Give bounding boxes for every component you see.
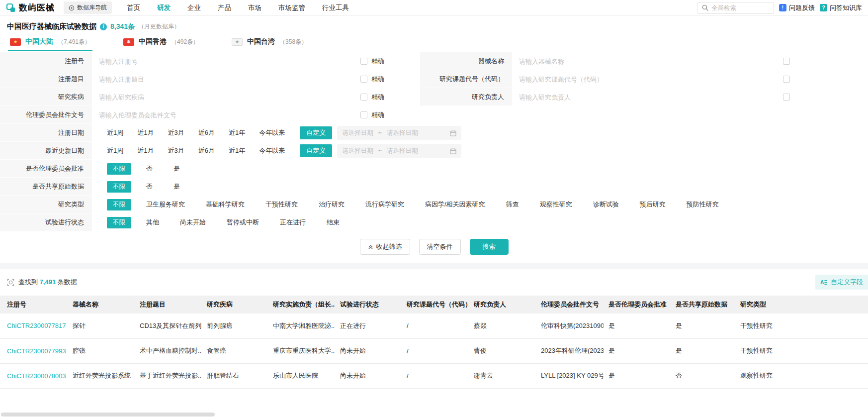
registration-number-link[interactable]: ChiCTR2300077993 xyxy=(0,338,68,363)
filter-option[interactable]: 诊断试验 xyxy=(593,200,619,209)
clear-filters-label: 清空条件 xyxy=(427,242,453,251)
date-quick-option[interactable]: 近6月 xyxy=(198,146,215,155)
filter-option[interactable]: 是 xyxy=(174,164,180,173)
title-row: 中国医疗器械临床试验数据 i 8,341条 （月更数据库） xyxy=(0,16,868,35)
date-quick-option[interactable]: 近6月 xyxy=(198,128,215,137)
table-cell: 是 xyxy=(604,363,671,388)
qa-knowledge-link[interactable]: ? 问答知识库 xyxy=(820,3,862,12)
section-divider xyxy=(0,263,868,269)
horizontal-scrollbar[interactable] xyxy=(1,413,215,417)
date-quick-option[interactable]: 近1周 xyxy=(107,146,123,155)
filter-option[interactable]: 暂停或中断 xyxy=(227,218,259,227)
exact-checkbox[interactable] xyxy=(783,94,790,101)
nav-item-4[interactable]: 市场 xyxy=(248,3,261,12)
date-quick-option[interactable]: 近3月 xyxy=(168,128,184,137)
filter-option[interactable]: 尚未开始 xyxy=(180,218,206,227)
custom-date-button[interactable]: 自定义 xyxy=(300,126,332,139)
date-range-picker[interactable]: 请选择日期~请选择日期 xyxy=(337,126,461,140)
top-bar: 数屿医械 数据库导航 首页研发企业产品市场市场监管行业工具 ! 问题反馈 ? 问… xyxy=(0,0,868,16)
filter-text-input[interactable] xyxy=(512,53,778,70)
global-search-input[interactable] xyxy=(711,4,769,11)
filter-text-input[interactable] xyxy=(92,106,358,123)
option-unlimited-selected[interactable]: 不限 xyxy=(107,217,131,228)
nav-item-1[interactable]: 研发 xyxy=(157,3,171,12)
date-quick-option[interactable]: 近1月 xyxy=(137,128,154,137)
tab-region-0[interactable]: ★中国大陆（7,491条） xyxy=(10,37,90,51)
nav-item-5[interactable]: 市场监管 xyxy=(278,3,305,12)
table-cell: 尚未开始 xyxy=(335,338,402,363)
global-search[interactable] xyxy=(697,2,774,14)
date-quick-option[interactable]: 近1年 xyxy=(229,146,245,155)
filter-label: 伦理委员会批件文号 xyxy=(0,106,92,124)
registration-number-link[interactable]: ChiCTR2300078003 xyxy=(0,363,68,388)
database-nav-button[interactable]: 数据库导航 xyxy=(64,1,112,14)
date-quick-option[interactable]: 今年以来 xyxy=(259,128,285,137)
option-unlimited-selected[interactable]: 不限 xyxy=(107,163,131,175)
tab-region-2[interactable]: ★中国台湾（358条） xyxy=(232,37,307,51)
nav-item-2[interactable]: 企业 xyxy=(187,3,201,12)
date-end-placeholder: 请选择日期 xyxy=(387,147,418,155)
update-frequency-note: （月更数据库） xyxy=(138,22,180,31)
filter-option[interactable]: 否 xyxy=(146,182,153,191)
filter-option[interactable]: 预防性研究 xyxy=(687,200,719,209)
filter-label: 是否伦理委员会批准 xyxy=(0,160,92,178)
date-quick-option[interactable]: 近1月 xyxy=(137,146,154,155)
exact-checkbox[interactable] xyxy=(783,76,790,83)
filter-option[interactable]: 是 xyxy=(174,182,180,191)
table-cell: 是 xyxy=(604,314,671,338)
filter-text-input[interactable] xyxy=(512,89,778,105)
nav-item-6[interactable]: 行业工具 xyxy=(322,3,349,12)
filter-option[interactable]: 预后研究 xyxy=(640,200,666,209)
filter-option[interactable]: 结束 xyxy=(327,218,340,227)
date-quick-option[interactable]: 近1周 xyxy=(107,128,123,137)
filter-option[interactable]: 否 xyxy=(146,164,153,173)
tab-region-1[interactable]: ✽中国香港（492条） xyxy=(123,37,199,51)
column-header-5: 试验进行状态 xyxy=(335,296,402,314)
filter-text-input[interactable] xyxy=(92,71,358,88)
results-summary: 查找到 7,491 条数据 xyxy=(18,278,77,287)
date-quick-option[interactable]: 今年以来 xyxy=(259,146,285,155)
logo[interactable]: 数屿医械 xyxy=(6,2,55,13)
filter-text-input[interactable] xyxy=(92,89,358,105)
filter-text-input[interactable] xyxy=(512,71,778,88)
filter-option[interactable]: 正在进行 xyxy=(280,218,306,227)
filter-option[interactable]: 其他 xyxy=(146,218,159,227)
cn-flag-icon: ★ xyxy=(10,38,21,46)
date-quick-option[interactable]: 近3月 xyxy=(168,146,184,155)
filter-option[interactable]: 卫生服务研究 xyxy=(146,200,185,209)
exact-checkbox[interactable] xyxy=(360,76,367,83)
tab-count: （358条） xyxy=(279,38,307,46)
filter-option[interactable]: 治疗研究 xyxy=(319,200,345,209)
results-table: 注册号器械名称注册题目研究疾病研究实施负责（组长...试验进行状态研究课题代号（… xyxy=(0,296,868,389)
custom-fields-button[interactable]: A 自定义字段 xyxy=(815,275,868,290)
collapse-filters-button[interactable]: 收起筛选 xyxy=(360,239,410,255)
option-unlimited-selected[interactable]: 不限 xyxy=(107,181,131,193)
option-unlimited-selected[interactable]: 不限 xyxy=(107,199,131,210)
filter-option[interactable]: 观察性研究 xyxy=(540,200,572,209)
exact-checkbox[interactable] xyxy=(360,111,367,118)
tab-count: （7,491条） xyxy=(58,38,90,46)
filter-option[interactable]: 病因学/相关因素研究 xyxy=(425,200,485,209)
exact-checkbox[interactable] xyxy=(360,58,367,65)
exact-match-group: 精确 xyxy=(358,93,410,102)
clear-filters-button[interactable]: 清空条件 xyxy=(419,239,461,255)
search-button[interactable]: 搜索 xyxy=(470,239,509,255)
feedback-link[interactable]: ! 问题反馈 xyxy=(779,3,815,12)
filter-text-input[interactable] xyxy=(92,53,358,70)
filter-option[interactable]: 干预性研究 xyxy=(265,200,298,209)
nav-item-0[interactable]: 首页 xyxy=(127,3,140,12)
custom-date-button[interactable]: 自定义 xyxy=(300,144,332,157)
registration-number-link[interactable]: ChiCTR2300077817 xyxy=(0,314,68,338)
filter-option[interactable]: 基础科学研究 xyxy=(206,200,245,209)
date-quick-option[interactable]: 近1年 xyxy=(229,128,245,137)
nav-item-3[interactable]: 产品 xyxy=(218,3,231,12)
filter-option[interactable]: 筛查 xyxy=(506,200,519,209)
table-cell: 观察性研究 xyxy=(735,363,868,388)
filter-option[interactable]: 流行病学研究 xyxy=(365,200,404,209)
info-icon[interactable]: i xyxy=(100,23,107,30)
exact-checkbox[interactable] xyxy=(783,58,790,65)
exact-label: 精确 xyxy=(371,75,384,84)
date-range-picker[interactable]: 请选择日期~请选择日期 xyxy=(337,144,461,158)
logo-icon xyxy=(6,3,16,13)
exact-checkbox[interactable] xyxy=(360,94,367,101)
